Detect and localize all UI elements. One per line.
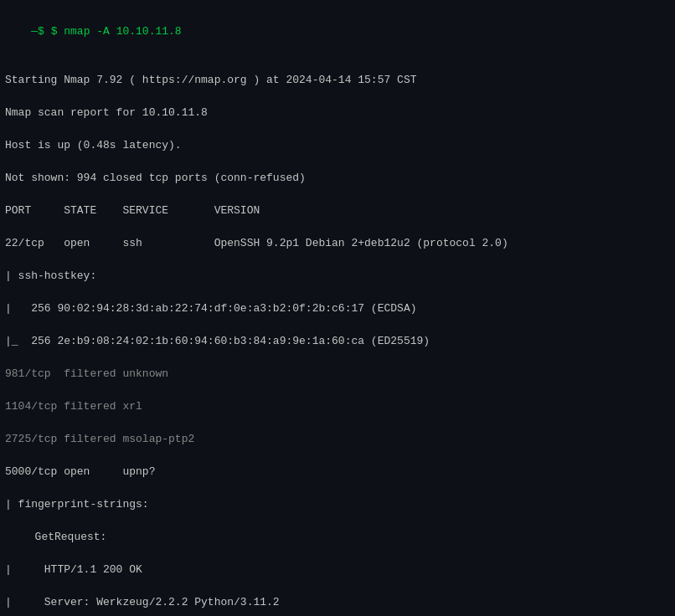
getrequest-line: GetRequest: xyxy=(5,529,670,546)
prompt-arrow: —$ xyxy=(31,25,50,38)
terminal-window: —$ $ nmap -A 10.10.11.8 Starting Nmap 7.… xyxy=(0,0,675,616)
col-header-line: PORT STATE SERVICE VERSION xyxy=(5,203,670,219)
http200-line: | HTTP/1.1 200 OK xyxy=(5,562,670,578)
port22-line: 22/tcp open ssh OpenSSH 9.2p1 Debian 2+d… xyxy=(5,235,670,252)
starting-line: Starting Nmap 7.92 ( https://nmap.org ) … xyxy=(5,72,670,89)
ssh-key1-line: | 256 90:02:94:28:3d:ab:22:74:df:0e:a3:b… xyxy=(5,300,670,317)
fingerprint-line: | fingerprint-strings: xyxy=(5,496,670,513)
port1104-line: 1104/tcp filtered xrl xyxy=(5,398,670,415)
report-line: Nmap scan report for 10.10.11.8 xyxy=(5,105,670,121)
port5000-line: 5000/tcp open upnp? xyxy=(5,464,670,480)
notshown-line: Not shown: 994 closed tcp ports (conn-re… xyxy=(5,170,670,187)
prompt-line: —$ $ nmap -A 10.10.11.8 xyxy=(5,7,670,56)
port2725-line: 2725/tcp filtered msolap-ptp2 xyxy=(5,431,670,448)
port981-line: 981/tcp filtered unknown xyxy=(5,366,670,382)
host-line: Host is up (0.48s latency). xyxy=(5,137,670,154)
server-line: | Server: Werkzeug/2.2.2 Python/3.11.2 xyxy=(5,594,670,611)
ssh-hostkey-line: | ssh-hostkey: xyxy=(5,268,670,285)
ssh-key2-line: |_ 256 2e:b9:08:24:02:1b:60:94:60:b3:84:… xyxy=(5,333,670,350)
command-text: $ nmap -A 10.10.11.8 xyxy=(51,25,182,38)
